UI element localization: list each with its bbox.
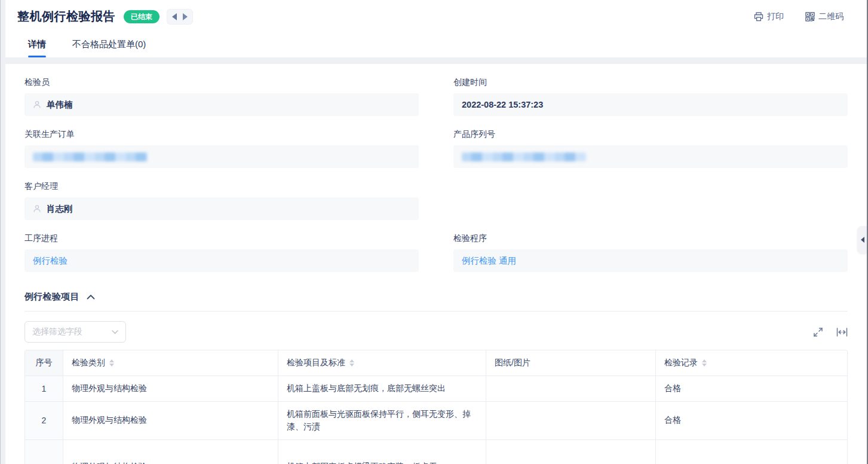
col-seq: 序号 (25, 350, 63, 376)
fit-column-width-icon[interactable] (836, 328, 848, 337)
inspector-label: 检验员 (24, 77, 419, 88)
serial-number-field: 产品序列号 (453, 129, 848, 168)
tab-nonconforming-disposition[interactable]: 不合格品处置单(0) (72, 39, 146, 57)
header-actions: 打印 (754, 11, 844, 22)
tab-bar: 详情 不合格品处置单(0) (5, 33, 867, 57)
created-time-value-box: 2022-08-22 15:37:23 (453, 93, 848, 116)
col-seq-label: 序号 (36, 358, 53, 368)
col-drawing-picture-label: 图纸/图片 (495, 358, 530, 368)
created-time-label: 创建时间 (453, 77, 848, 88)
table-tools (813, 327, 848, 337)
col-record[interactable]: 检验记录 (656, 350, 847, 376)
created-time-field: 创建时间 2022-08-22 15:37:23 (453, 77, 848, 116)
detail-form: 检验员 单伟楠 创建时间 2022-08-22 15:37:23 关联生产订单 (24, 77, 848, 272)
sort-icon[interactable] (109, 359, 114, 367)
cell-item: 机箱前面板与光驱面板保持平行，侧耳无变形、掉漆、污渍 (278, 402, 486, 440)
qrcode-button[interactable]: 二维码 (805, 11, 844, 22)
prev-record-icon[interactable] (172, 13, 177, 20)
page-title: 整机例行检验报告 (17, 8, 115, 25)
detail-panel: 检验员 单伟楠 创建时间 2022-08-22 15:37:23 关联生产订单 (5, 64, 867, 464)
inspection-program-label: 检验程序 (453, 233, 848, 244)
inspection-program-value-box: 例行检验 通用 (453, 249, 848, 272)
process-progress-value-box: 例行检验 (24, 249, 419, 272)
table-row: 1 物理外观与结构检验 机箱上盖板与底部无划痕，底部无螺丝突出 合格 (25, 376, 847, 402)
status-badge: 已结束 (124, 10, 160, 23)
cell-record: 合格 (656, 402, 847, 440)
cell-seq: 2 (25, 402, 63, 440)
cell-seq: 1 (25, 376, 63, 402)
chevron-down-icon (112, 330, 118, 334)
customer-manager-label: 客户经理 (24, 181, 419, 192)
cell-record (656, 440, 847, 464)
tab-details-label: 详情 (28, 39, 46, 49)
print-button[interactable]: 打印 (754, 11, 784, 22)
title-row: 整机例行检验报告 已结束 打印 (5, 0, 867, 33)
sort-icon[interactable] (702, 359, 707, 367)
collapse-left-icon (861, 237, 864, 243)
production-order-value-box (24, 145, 419, 168)
production-order-label: 关联生产订单 (24, 129, 419, 140)
process-progress-field: 工序进程 例行检验 (24, 233, 419, 272)
fullscreen-icon[interactable] (813, 327, 823, 337)
page-header: 整机例行检验报告 已结束 打印 (5, 0, 867, 58)
col-category[interactable]: 检验类别 (63, 350, 278, 376)
table-toolbar: 选择筛选字段 (24, 321, 848, 343)
created-time-value: 2022-08-22 15:37:23 (462, 100, 543, 109)
production-order-field: 关联生产订单 (24, 129, 419, 168)
print-label: 打印 (767, 11, 784, 22)
cell-image (486, 376, 656, 402)
section-title: 例行检验项目 (24, 291, 79, 303)
inspector-value-box: 单伟楠 (24, 93, 419, 116)
form-grid-spacer (453, 181, 848, 220)
sort-icon[interactable] (349, 359, 354, 367)
redacted-production-order (33, 152, 148, 161)
app-window: 整机例行检验报告 已结束 打印 (0, 0, 868, 464)
col-item-standard-label: 检验项目及标准 (287, 358, 345, 368)
cell-image (486, 402, 656, 440)
section-divider (24, 311, 848, 312)
user-icon (33, 204, 41, 213)
cell-item: 机箱上盖板与底部无划痕，底部无螺丝突出 (278, 376, 486, 402)
qrcode-label: 二维码 (818, 11, 844, 22)
record-navigator (167, 9, 193, 25)
filter-placeholder: 选择筛选字段 (32, 326, 112, 337)
serial-number-label: 产品序列号 (453, 129, 848, 140)
inspection-program-field: 检验程序 例行检验 通用 (453, 233, 848, 272)
cell-category: 物理外观与结构检验 (63, 402, 278, 440)
tab-nonconforming-label: 不合格品处置单(0) (72, 39, 146, 49)
cell-category: 物理外观与结构检验 (63, 376, 278, 402)
cell-seq: 3 (25, 440, 63, 464)
inspection-items-table: 序号 检验类别 检验项目及标准 图纸/图片 检验记录 (24, 350, 848, 464)
inspection-program-link[interactable]: 例行检验 通用 (462, 255, 516, 267)
col-record-label: 检验记录 (664, 358, 698, 368)
redacted-serial-number (462, 152, 586, 161)
section-header: 例行检验项目 (24, 291, 848, 303)
collapse-section-icon[interactable] (87, 294, 95, 300)
qrcode-icon (805, 12, 815, 22)
col-category-label: 检验类别 (72, 358, 105, 368)
process-progress-link[interactable]: 例行检验 (33, 255, 68, 267)
printer-icon (754, 12, 763, 22)
col-item-standard[interactable]: 检验项目及标准 (278, 350, 486, 376)
inspector-value: 单伟楠 (47, 99, 73, 111)
table-header-row: 序号 检验类别 检验项目及标准 图纸/图片 检验记录 (25, 350, 847, 376)
cell-item: 机箱内部固定板卡横梁正确安装，板卡无 (278, 440, 486, 464)
col-drawing-picture: 图纸/图片 (486, 350, 656, 376)
user-icon (33, 100, 41, 109)
cell-record: 合格 (656, 376, 847, 402)
next-record-icon[interactable] (183, 13, 188, 20)
inspector-field: 检验员 单伟楠 (24, 77, 419, 116)
side-drawer-toggle[interactable] (858, 226, 867, 254)
table-row: 3 物理外观与结构检验 机箱内部固定板卡横梁正确安装，板卡无 (25, 440, 847, 464)
card-gap (1, 58, 868, 64)
filter-field-select[interactable]: 选择筛选字段 (24, 321, 126, 343)
customer-manager-value-box: 肖志刚 (24, 197, 419, 220)
cell-category: 物理外观与结构检验 (63, 440, 278, 464)
customer-manager-field: 客户经理 肖志刚 (24, 181, 419, 220)
tab-details[interactable]: 详情 (28, 39, 46, 57)
serial-number-value-box (453, 145, 848, 168)
cell-image (486, 440, 656, 464)
process-progress-label: 工序进程 (24, 233, 419, 244)
table-row: 2 物理外观与结构检验 机箱前面板与光驱面板保持平行，侧耳无变形、掉漆、污渍 合… (25, 402, 847, 440)
customer-manager-value: 肖志刚 (47, 203, 73, 215)
